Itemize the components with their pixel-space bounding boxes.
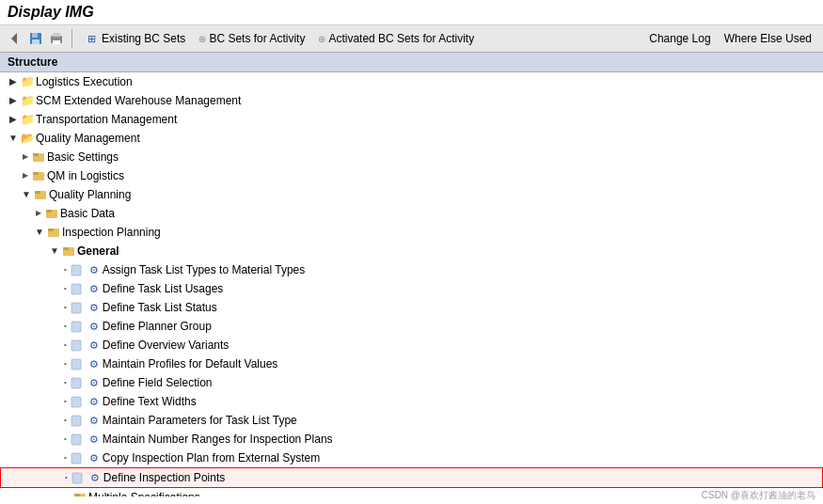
tree-label-overview-variants: Define Overview Variants bbox=[103, 337, 229, 354]
tree-item-text-widths[interactable]: • ⚙ Define Text Widths bbox=[0, 392, 823, 411]
tree-label-define-inspection: Define Inspection Points bbox=[103, 469, 225, 486]
tree-label-text-widths: Define Text Widths bbox=[103, 393, 197, 410]
tree-item-general[interactable]: ▼ General bbox=[0, 242, 823, 260]
gear-icon-define-inspection: ⚙ bbox=[87, 470, 103, 485]
svg-rect-10 bbox=[33, 172, 39, 175]
bullet-maintain-params: • bbox=[64, 412, 67, 429]
bc-sets-activity-button[interactable]: ⊛ BC Sets for Activity bbox=[193, 30, 310, 47]
tree-item-maintain-number[interactable]: • ⚙ Maintain Number Ranges for Inspectio… bbox=[0, 430, 823, 449]
tree-item-quality-planning[interactable]: ▼ Quality Planning bbox=[0, 185, 823, 204]
expand-icon-planning[interactable]: ▼ bbox=[21, 189, 32, 200]
bullet-basic-settings: ▶ bbox=[23, 149, 28, 165]
tree-item-maintain-params[interactable]: • ⚙ Maintain Parameters for Task List Ty… bbox=[0, 411, 823, 430]
print-icon bbox=[49, 31, 64, 46]
tree-item-quality-mgmt[interactable]: ▼ 📂 Quality Management bbox=[0, 129, 823, 148]
bc-sets-icon: ⊞ bbox=[84, 31, 99, 46]
svg-rect-12 bbox=[35, 191, 40, 194]
gear-icon-text-widths: ⚙ bbox=[87, 394, 102, 409]
svg-rect-14 bbox=[46, 210, 52, 213]
gear-icon-assign-task: ⚙ bbox=[87, 262, 102, 277]
tree-item-multiple-specs[interactable]: Multiple Specifications bbox=[0, 488, 823, 496]
doc-icon-text-widths bbox=[70, 394, 85, 409]
tree-item-logistics-exec[interactable]: ▶ 📁 Logistics Execution bbox=[0, 72, 823, 91]
expand-icon-transport[interactable]: ▶ bbox=[8, 114, 19, 125]
tree-item-task-status[interactable]: • ⚙ Define Task List Status bbox=[0, 298, 823, 317]
tree-item-scm-warehouse[interactable]: ▶ 📁 SCM Extended Warehouse Management bbox=[0, 91, 823, 110]
tree-item-define-inspection[interactable]: • ⚙ Define Inspection Points bbox=[0, 467, 823, 488]
tree-item-basic-settings[interactable]: ▶ Basic Settings bbox=[0, 148, 823, 166]
folder-icon-scm: 📁 bbox=[20, 93, 35, 108]
bullet-task-usages: • bbox=[64, 280, 67, 297]
tree-item-assign-task[interactable]: • ⚙ Assign Task List Types to Material T… bbox=[0, 260, 823, 279]
tree-item-field-selection[interactable]: • ⚙ Define Field Selection bbox=[0, 373, 823, 392]
tree-item-maintain-profiles[interactable]: • ⚙ Maintain Profiles for Default Values bbox=[0, 354, 823, 373]
tree-item-task-usages[interactable]: • ⚙ Define Task List Usages bbox=[0, 279, 823, 298]
folder-icon-planning bbox=[33, 187, 48, 202]
doc-icon-maintain-params bbox=[70, 413, 85, 428]
change-log-button[interactable]: Change Log bbox=[643, 30, 716, 47]
folder-icon-quality: 📂 bbox=[20, 131, 35, 146]
folder-icon-basic-settings bbox=[31, 150, 46, 165]
bullet-basic-data: ▶ bbox=[36, 205, 41, 222]
tree-item-inspection-planning[interactable]: ▼ Inspection Planning bbox=[0, 223, 823, 242]
gear-icon-task-status: ⚙ bbox=[87, 300, 102, 315]
gear-icon-task-usages: ⚙ bbox=[87, 281, 102, 296]
folder-icon-basic-data bbox=[44, 206, 59, 221]
folder-icon-logistics: 📁 bbox=[20, 74, 35, 89]
doc-icon-maintain-profiles bbox=[70, 356, 85, 371]
save-button[interactable] bbox=[26, 29, 45, 48]
bc-activity-icon: ⊛ bbox=[198, 34, 206, 44]
back-button[interactable] bbox=[6, 29, 24, 48]
tree-label-task-usages: Define Task List Usages bbox=[103, 280, 224, 297]
existing-bc-sets-button[interactable]: ⊞ Existing BC Sets bbox=[78, 29, 191, 48]
doc-icon-overview-variants bbox=[70, 338, 85, 353]
svg-rect-24 bbox=[71, 359, 81, 370]
svg-rect-5 bbox=[53, 33, 60, 37]
title-bar: Display IMG bbox=[0, 0, 823, 25]
watermark: CSDN @喜欢打酱油的老鸟 bbox=[702, 489, 815, 502]
svg-rect-28 bbox=[71, 434, 81, 445]
tree-label-planner-group: Define Planner Group bbox=[103, 318, 212, 335]
doc-icon-task-usages bbox=[70, 281, 85, 296]
svg-rect-25 bbox=[71, 378, 81, 388]
doc-icon-task-status bbox=[70, 300, 85, 315]
back-icon bbox=[8, 31, 23, 46]
tree-label-basic-data: Basic Data bbox=[60, 205, 115, 222]
print-button[interactable] bbox=[47, 29, 66, 48]
activated-bc-sets-button[interactable]: ⊛ Activated BC Sets for Activity bbox=[312, 30, 480, 47]
gear-icon-field-selection: ⚙ bbox=[87, 375, 102, 390]
tree-area[interactable]: ▶ 📁 Logistics Execution ▶ 📁 SCM Extended… bbox=[0, 72, 823, 496]
svg-rect-27 bbox=[71, 416, 81, 426]
toolbar: ⊞ Existing BC Sets ⊛ BC Sets for Activit… bbox=[0, 25, 823, 53]
svg-rect-26 bbox=[71, 397, 81, 407]
tree-item-overview-variants[interactable]: • ⚙ Define Overview Variants bbox=[0, 336, 823, 354]
where-used-label: Where Else Used bbox=[724, 32, 812, 45]
tree-item-qm-logistics[interactable]: ▶ QM in Logistics bbox=[0, 166, 823, 185]
tree-item-copy-inspection[interactable]: • ⚙ Copy Inspection Plan from External S… bbox=[0, 449, 823, 467]
doc-icon-field-selection bbox=[70, 375, 85, 390]
svg-rect-6 bbox=[53, 40, 60, 44]
where-else-used-button[interactable]: Where Else Used bbox=[719, 30, 817, 47]
expand-icon-quality[interactable]: ▼ bbox=[8, 133, 19, 144]
tree-label-quality-planning: Quality Planning bbox=[49, 186, 131, 203]
tree-label-field-selection: Define Field Selection bbox=[103, 374, 213, 391]
expand-icon-insp-planning[interactable]: ▼ bbox=[34, 227, 45, 238]
tree-item-transport[interactable]: ▶ 📁 Transportation Management bbox=[0, 110, 823, 129]
tree-label-maintain-params: Maintain Parameters for Task List Type bbox=[103, 412, 297, 429]
gear-icon-overview-variants: ⚙ bbox=[87, 338, 102, 353]
bullet-task-status: • bbox=[64, 299, 67, 316]
expand-icon-scm[interactable]: ▶ bbox=[8, 95, 19, 106]
tree-label-maintain-number: Maintain Number Ranges for Inspection Pl… bbox=[103, 431, 333, 448]
svg-rect-29 bbox=[71, 453, 81, 464]
tree-label-qm-logistics: QM in Logistics bbox=[47, 167, 124, 184]
svg-rect-32 bbox=[74, 494, 80, 496]
expand-icon-general[interactable]: ▼ bbox=[49, 245, 60, 257]
svg-rect-30 bbox=[72, 473, 82, 483]
svg-rect-16 bbox=[48, 228, 54, 231]
bullet-qm-logistics: ▶ bbox=[23, 167, 28, 184]
tree-item-planner-group[interactable]: • ⚙ Define Planner Group bbox=[0, 317, 823, 336]
tree-label-basic-settings: Basic Settings bbox=[47, 149, 119, 165]
expand-icon-logistics[interactable]: ▶ bbox=[8, 76, 19, 87]
svg-rect-22 bbox=[71, 322, 81, 332]
tree-item-basic-data[interactable]: ▶ Basic Data bbox=[0, 204, 823, 223]
